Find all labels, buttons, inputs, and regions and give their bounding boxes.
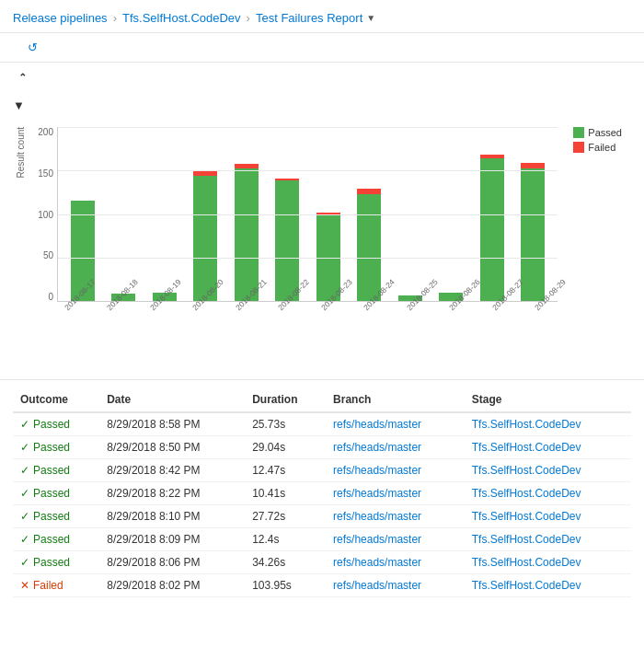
- outcome-cell: ✓ Passed: [13, 528, 99, 551]
- duration-cell: 25.73s: [245, 412, 326, 436]
- bar-passed-2018-08-21[interactable]: [235, 168, 259, 301]
- failed-color-box: [573, 142, 584, 153]
- x-axis-labels: 2018-08-172018-08-182018-08-192018-08-20…: [57, 306, 558, 342]
- branch-cell: refs/heads/master: [326, 482, 465, 505]
- branch-cell: refs/heads/master: [326, 412, 465, 436]
- bar-passed-2018-08-24[interactable]: [357, 194, 381, 301]
- back-button[interactable]: ↺: [28, 40, 41, 54]
- outcome-label: Passed: [33, 556, 70, 569]
- branch-cell: refs/heads/master: [326, 551, 465, 574]
- result-count-title[interactable]: ▼: [13, 98, 631, 120]
- outcome-cell: ✓ Passed: [13, 412, 99, 436]
- col-duration: Duration: [245, 387, 326, 412]
- table-row: ✓ Passed 8/29/2018 8:58 PM 25.73s refs/h…: [13, 412, 631, 436]
- stage-cell: Tfs.SelfHost.CodeDev: [465, 528, 631, 551]
- outcome-label: Passed: [33, 418, 70, 431]
- date-cell: 8/29/2018 8:50 PM: [99, 436, 245, 459]
- legend-passed-label: Passed: [588, 127, 622, 138]
- gridline-100: [58, 214, 558, 215]
- chart-legend: Passed Failed: [573, 127, 622, 153]
- chart-table-divider: [0, 379, 644, 380]
- bar-passed-2018-08-29[interactable]: [521, 168, 545, 301]
- outcome-cell: ✓ Passed: [13, 459, 99, 482]
- y-label-200: 200: [24, 127, 53, 137]
- chevron-up-icon: ⌃: [18, 72, 27, 84]
- date-cell: 8/29/2018 8:02 PM: [99, 574, 245, 597]
- duration-cell: 103.95s: [245, 574, 326, 597]
- back-icon: ↺: [28, 40, 38, 54]
- branch-cell: refs/heads/master: [326, 436, 465, 459]
- bar-passed-2018-08-27[interactable]: [480, 158, 504, 301]
- result-count-chevron: ▼: [13, 98, 25, 112]
- check-icon: ✓: [20, 418, 29, 431]
- y-label-0: 0: [24, 292, 53, 302]
- legend-failed: Failed: [573, 142, 622, 153]
- check-icon: ✓: [20, 464, 29, 477]
- breadcrumb-current[interactable]: Test Failures Report: [256, 11, 362, 25]
- outcome-cell: ✓ Passed: [13, 436, 99, 459]
- breadcrumb-sep-2: ›: [247, 11, 250, 25]
- col-branch: Branch: [326, 387, 465, 412]
- duration-cell: 34.26s: [245, 551, 326, 574]
- outcome-label: Passed: [33, 510, 70, 523]
- stage-cell: Tfs.SelfHost.CodeDev: [465, 459, 631, 482]
- stage-cell: Tfs.SelfHost.CodeDev: [465, 412, 631, 436]
- stage-cell: Tfs.SelfHost.CodeDev: [465, 574, 631, 597]
- table-row: ✓ Passed 8/29/2018 8:50 PM 29.04s refs/h…: [13, 436, 631, 459]
- y-label-150: 150: [24, 168, 53, 179]
- table-body: ✓ Passed 8/29/2018 8:58 PM 25.73s refs/h…: [13, 412, 631, 597]
- duration-cell: 10.41s: [245, 482, 326, 505]
- passed-color-box: [573, 127, 584, 138]
- date-cell: 8/29/2018 8:10 PM: [99, 505, 245, 528]
- col-date: Date: [99, 387, 245, 412]
- date-cell: 8/29/2018 8:42 PM: [99, 459, 245, 482]
- outcome-cell: ✕ Failed: [13, 574, 99, 597]
- check-icon: ✓: [20, 487, 29, 500]
- table-row: ✓ Passed 8/29/2018 8:06 PM 34.26s refs/h…: [13, 551, 631, 574]
- header: Release pipelines › Tfs.SelfHost.CodeDev…: [0, 0, 644, 63]
- stage-cell: Tfs.SelfHost.CodeDev: [465, 551, 631, 574]
- breadcrumb-selfhost[interactable]: Tfs.SelfHost.CodeDev: [122, 11, 241, 25]
- outcome-label: Passed: [33, 533, 70, 546]
- date-cell: 8/29/2018 8:06 PM: [99, 551, 245, 574]
- outcome-label: Failed: [33, 579, 63, 592]
- bar-passed-2018-08-22[interactable]: [275, 180, 299, 301]
- stage-cell: Tfs.SelfHost.CodeDev: [465, 482, 631, 505]
- chart-plot: [57, 127, 558, 302]
- duration-cell: 29.04s: [245, 436, 326, 459]
- check-icon: ✓: [20, 533, 29, 546]
- duration-cell: 12.4s: [245, 528, 326, 551]
- branch-cell: refs/heads/master: [326, 505, 465, 528]
- date-cell: 8/29/2018 8:22 PM: [99, 482, 245, 505]
- outcome-label: Passed: [33, 487, 70, 500]
- breadcrumb-sep-1: ›: [113, 11, 117, 25]
- chevron-down-icon: ▼: [366, 13, 375, 23]
- outcome-cell: ✓ Passed: [13, 551, 99, 574]
- date-cell: 8/29/2018 8:58 PM: [99, 412, 245, 436]
- gridline-150: [58, 170, 558, 171]
- branch-cell: refs/heads/master: [326, 574, 465, 597]
- table-row: ✓ Passed 8/29/2018 8:22 PM 10.41s refs/h…: [13, 482, 631, 505]
- check-icon: ✓: [20, 510, 29, 523]
- summary-toggle[interactable]: ⌃: [13, 72, 631, 84]
- outcome-label: Passed: [33, 441, 70, 454]
- col-stage: Stage: [465, 387, 631, 412]
- table-header-row: Outcome Date Duration Branch Stage: [13, 387, 631, 412]
- gridline-50: [58, 258, 558, 259]
- stage-cell: Tfs.SelfHost.CodeDev: [465, 436, 631, 459]
- table-row: ✕ Failed 8/29/2018 8:02 PM 103.95s refs/…: [13, 574, 631, 597]
- branch-cell: refs/heads/master: [326, 528, 465, 551]
- x-icon: ✕: [20, 579, 29, 592]
- legend-failed-label: Failed: [588, 142, 615, 153]
- check-icon: ✓: [20, 441, 29, 454]
- stage-cell: Tfs.SelfHost.CodeDev: [465, 505, 631, 528]
- table-row: ✓ Passed 8/29/2018 8:42 PM 12.47s refs/h…: [13, 459, 631, 482]
- y-label-100: 100: [24, 210, 53, 220]
- outcome-label: Passed: [33, 464, 70, 477]
- outcome-cell: ✓ Passed: [13, 505, 99, 528]
- col-outcome: Outcome: [13, 387, 99, 412]
- breadcrumb-release-pipelines[interactable]: Release pipelines: [13, 11, 108, 25]
- table-row: ✓ Passed 8/29/2018 8:09 PM 12.4s refs/he…: [13, 528, 631, 551]
- duration-cell: 27.72s: [245, 505, 326, 528]
- gridline-200: [58, 127, 558, 128]
